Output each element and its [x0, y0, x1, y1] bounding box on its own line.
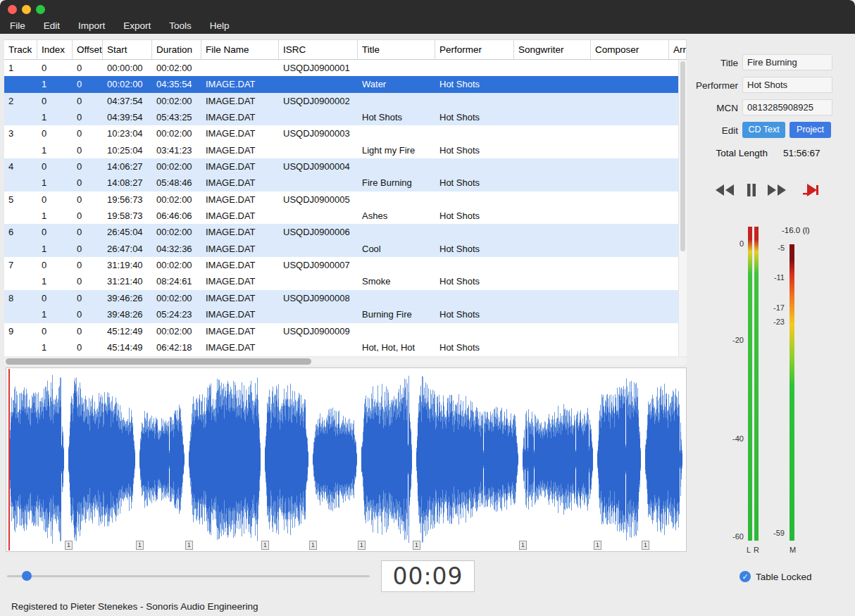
table-row[interactable]: 1039:48:2605:24:23IMAGE.DATBurning FireH…	[4, 306, 687, 322]
table-row[interactable]: 20004:37:5400:02:00IMAGE.DATUSQDJ0900002	[4, 93, 687, 109]
column-header-index[interactable]: Index	[37, 39, 73, 60]
position-slider[interactable]	[7, 575, 370, 577]
column-header-songwriter[interactable]: Songwriter	[514, 39, 591, 60]
close-button[interactable]	[8, 5, 17, 14]
table-row[interactable]: 1000:02:0004:35:54IMAGE.DATWaterHot Shot…	[4, 76, 687, 92]
cell-songwriter	[514, 224, 591, 240]
mcn-label: MCN	[689, 103, 738, 113]
table-row[interactable]: 60026:45:0400:02:00IMAGE.DATUSQDJ0900006	[4, 224, 687, 240]
cell-file: IMAGE.DAT	[201, 306, 279, 322]
cell-duration: 05:24:23	[152, 306, 201, 322]
track-marker[interactable]: 1	[519, 541, 527, 550]
column-header-offset[interactable]: Offset	[73, 39, 103, 60]
table-locked-checkbox[interactable]: ✓ Table Locked	[739, 569, 812, 584]
table-row[interactable]: 10000:00:0000:02:00USQDJ0900001	[4, 60, 687, 76]
table-row[interactable]: 1026:47:0404:32:36IMAGE.DATCoolHot Shots	[4, 241, 687, 257]
vertical-scrollbar[interactable]	[678, 60, 687, 356]
title-input[interactable]: Fire Burning	[742, 54, 832, 70]
table-row[interactable]: 30010:23:0400:02:00IMAGE.DATUSQDJ0900003	[4, 125, 687, 142]
menu-export[interactable]: Export	[123, 20, 151, 31]
meter-scale-m11: -11	[762, 273, 785, 282]
menu-edit[interactable]: Edit	[44, 20, 60, 31]
track-marker[interactable]: 1	[594, 541, 601, 550]
table-row[interactable]: 50019:56:7300:02:00IMAGE.DATUSQDJ0900005	[4, 191, 687, 208]
track-marker[interactable]: 1	[65, 541, 73, 550]
zoom-button[interactable]	[36, 5, 45, 14]
horizontal-scrollbar[interactable]	[4, 358, 687, 365]
performer-input[interactable]: Hot Shots	[742, 77, 832, 93]
menu-help[interactable]: Help	[210, 20, 230, 31]
track-marker[interactable]: 1	[136, 541, 144, 550]
playhead-cursor[interactable]	[8, 369, 10, 551]
horizontal-scrollbar-thumb[interactable]	[6, 358, 311, 365]
cell-isrc	[279, 241, 358, 257]
cell-duration: 08:24:61	[152, 273, 201, 289]
table-header: Track Index Offset Start Duration File N…	[4, 39, 687, 60]
cell-track	[4, 208, 37, 224]
table-row[interactable]: 70031:19:4000:02:00IMAGE.DATUSQDJ0900007	[4, 257, 687, 273]
cd-text-button[interactable]: CD Text	[742, 122, 785, 138]
table-row[interactable]: 90045:12:4900:02:00IMAGE.DATUSQDJ0900009	[4, 323, 687, 339]
table-row[interactable]: 1019:58:7306:46:06IMAGE.DATAshesHot Shot…	[4, 208, 687, 224]
column-header-file-name[interactable]: File Name	[201, 39, 279, 60]
cell-file: IMAGE.DAT	[201, 76, 279, 92]
menu-import[interactable]: Import	[78, 20, 105, 31]
cell-performer	[435, 290, 514, 306]
meter-scale-0: 0	[721, 239, 744, 248]
vertical-scrollbar-thumb[interactable]	[680, 61, 685, 251]
track-marker[interactable]: 1	[642, 541, 649, 550]
track-marker[interactable]: 1	[358, 541, 366, 550]
table-row[interactable]: 1045:14:4906:42:18IMAGE.DATHot, Hot, Hot…	[4, 339, 687, 356]
cell-index: 0	[37, 224, 73, 240]
table-row[interactable]: 1004:39:5405:43:25IMAGE.DATHot ShotsHot …	[4, 109, 687, 125]
track-marker[interactable]: 1	[185, 541, 193, 550]
menu-tools[interactable]: Tools	[169, 20, 192, 31]
rewind-button[interactable]	[713, 179, 737, 201]
cell-duration: 00:02:00	[152, 125, 201, 142]
cell-duration: 00:02:00	[152, 290, 201, 306]
cell-songwriter	[514, 125, 591, 142]
cell-track: 2	[4, 93, 37, 109]
pause-button[interactable]	[739, 179, 763, 201]
mcn-input[interactable]: 0813285908925	[742, 99, 832, 115]
column-header-arranger[interactable]: Arr	[669, 39, 687, 60]
cell-start: 19:58:73	[103, 208, 152, 224]
cell-composer	[591, 142, 669, 158]
cell-file: IMAGE.DAT	[201, 109, 279, 125]
position-slider-thumb[interactable]	[22, 571, 32, 581]
column-header-start[interactable]: Start	[103, 39, 152, 60]
menu-file[interactable]: File	[10, 20, 25, 31]
table-row[interactable]: 1031:21:4008:24:61IMAGE.DATSmokeHot Shot…	[4, 273, 687, 289]
waveform-panel[interactable]: 1111111111	[6, 367, 687, 552]
fast-forward-button[interactable]	[765, 179, 789, 201]
cell-index: 1	[37, 208, 73, 224]
fast-forward-icon	[767, 184, 787, 196]
cell-file: IMAGE.DAT	[201, 142, 279, 158]
time-display: 00:09	[381, 560, 475, 592]
table-row[interactable]: 1014:08:2705:48:46IMAGE.DATFire BurningH…	[4, 175, 687, 191]
cell-index: 1	[37, 109, 73, 125]
cell-index: 0	[37, 290, 73, 306]
waveform-canvas[interactable]	[6, 368, 685, 551]
table-row[interactable]: 80039:46:2600:02:00IMAGE.DATUSQDJ0900008	[4, 290, 687, 306]
cell-songwriter	[514, 60, 591, 76]
track-marker[interactable]: 1	[413, 541, 420, 550]
cell-songwriter	[514, 76, 591, 92]
cell-track	[4, 241, 37, 257]
cell-offset: 0	[73, 158, 103, 175]
minimize-button[interactable]	[22, 5, 31, 14]
play-to-end-button[interactable]	[799, 179, 823, 201]
cell-title: Ashes	[358, 208, 435, 224]
table-row[interactable]: 40014:06:2700:02:00IMAGE.DATUSQDJ0900004	[4, 158, 687, 175]
project-button[interactable]: Project	[790, 122, 831, 138]
column-header-title[interactable]: Title	[358, 39, 435, 60]
column-header-composer[interactable]: Composer	[591, 39, 669, 60]
column-header-track[interactable]: Track	[4, 39, 37, 60]
column-header-performer[interactable]: Performer	[435, 39, 514, 60]
track-marker[interactable]: 1	[261, 541, 269, 550]
track-marker[interactable]: 1	[309, 541, 317, 550]
column-header-isrc[interactable]: ISRC	[279, 39, 358, 60]
table-row[interactable]: 1010:25:0403:41:23IMAGE.DATLight my Fire…	[4, 142, 687, 158]
column-header-duration[interactable]: Duration	[152, 39, 201, 60]
cell-composer	[591, 60, 669, 76]
